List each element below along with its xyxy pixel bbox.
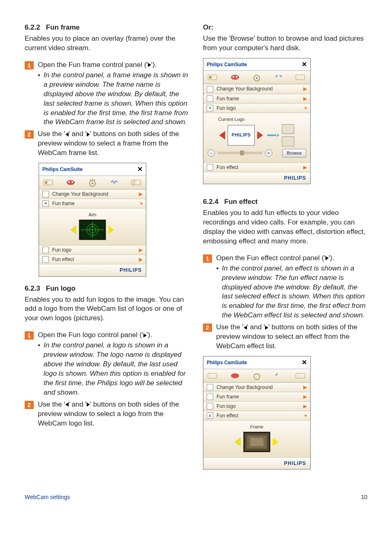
increase-button[interactable]: + xyxy=(265,149,272,157)
placement-targets[interactable] xyxy=(282,124,294,146)
decrease-button[interactable]: − xyxy=(208,149,215,157)
expanded-fun-effect: Frame xyxy=(203,421,310,458)
close-icon[interactable]: ✕ xyxy=(302,60,307,69)
checkbox-icon[interactable] xyxy=(42,191,49,197)
checkbox-icon[interactable]: ✕ xyxy=(207,412,213,419)
row-fun-effect[interactable]: Fun effect ▶ xyxy=(39,255,146,264)
expand-right-icon[interactable]: ▶ xyxy=(139,247,143,253)
panel-tabs xyxy=(203,71,310,84)
preview-label: Frame xyxy=(207,424,307,430)
row-change-background[interactable]: Change Your Background ▶ xyxy=(203,383,310,392)
step-badge-2: 2 xyxy=(25,130,34,139)
row-fun-logo[interactable]: ✕ Fun logo ▾ xyxy=(203,104,310,113)
prev-frame-button[interactable] xyxy=(71,226,76,234)
placement-slot[interactable] xyxy=(282,124,294,134)
row-fun-effect[interactable]: Fun effect ▶ xyxy=(203,163,310,172)
steps-fun-logo: 1 Open the Fun logo control panel (''). … xyxy=(25,331,189,428)
svg-rect-26 xyxy=(296,75,305,80)
collapse-down-icon[interactable]: ▾ xyxy=(304,105,307,111)
heading-fun-frame: 6.2.2Fun frame xyxy=(25,23,189,32)
checkbox-icon[interactable] xyxy=(42,256,49,263)
checkbox-icon[interactable] xyxy=(207,384,213,391)
svg-point-22 xyxy=(233,76,234,78)
arrow-connector-icon xyxy=(267,131,278,139)
next-effect-button[interactable] xyxy=(273,438,279,446)
left-column: 6.2.2Fun frame Enables you to place an o… xyxy=(25,23,189,477)
tab-icon-4[interactable] xyxy=(272,72,285,82)
expand-right-icon[interactable]: ▶ xyxy=(139,256,143,263)
expand-right-icon[interactable]: ▶ xyxy=(303,384,307,391)
svg-line-7 xyxy=(90,179,91,180)
row-change-background[interactable]: Change Your Background ▶ xyxy=(203,84,310,94)
tab-icon-2[interactable] xyxy=(228,72,242,82)
checkbox-icon[interactable] xyxy=(207,95,213,102)
expand-right-icon[interactable]: ▶ xyxy=(139,191,143,197)
tab-icon-3[interactable] xyxy=(250,371,263,381)
footer-section: WebCam settings xyxy=(25,493,70,501)
prev-logo-button[interactable] xyxy=(219,131,225,139)
heading-fun-logo: 6.2.3Fun logo xyxy=(25,284,189,294)
tab-icon-3[interactable] xyxy=(250,72,263,82)
expand-right-icon[interactable]: ▶ xyxy=(303,393,307,400)
triangle-right-icon xyxy=(265,326,268,330)
intro-fun-effect: Enables you to add fun effects to your v… xyxy=(203,208,367,246)
tab-icon-3[interactable] xyxy=(86,178,99,187)
browse-button[interactable]: Browse xyxy=(282,149,307,157)
row-fun-frame[interactable]: Fun frame ▶ xyxy=(203,392,310,402)
next-logo-button[interactable] xyxy=(257,131,263,139)
close-icon[interactable]: ✕ xyxy=(137,165,143,174)
checkbox-icon[interactable]: ✕ xyxy=(42,200,49,207)
row-fun-logo[interactable]: Fun logo ▶ xyxy=(203,402,310,411)
svg-point-23 xyxy=(236,76,238,78)
triangle-right-icon xyxy=(148,63,151,67)
expand-right-icon[interactable]: ▶ xyxy=(303,403,307,409)
svg-point-28 xyxy=(231,373,239,378)
step-badge-1: 1 xyxy=(25,331,34,340)
svg-rect-27 xyxy=(208,373,217,378)
close-icon[interactable]: ✕ xyxy=(302,358,307,367)
preview-label: Aim xyxy=(42,212,143,218)
step-badge-2: 2 xyxy=(203,324,212,332)
expand-right-icon[interactable]: ▶ xyxy=(303,86,307,92)
tab-icon-2[interactable] xyxy=(64,178,77,187)
tab-icon-1[interactable] xyxy=(207,371,220,381)
row-change-background[interactable]: Change Your Background ▶ xyxy=(39,190,146,199)
expand-right-icon[interactable]: ▶ xyxy=(303,164,307,171)
step1-bullet: In the control panel, a frame image is s… xyxy=(38,71,189,127)
checkbox-icon[interactable]: ✕ xyxy=(207,105,213,111)
expand-right-icon[interactable]: ▶ xyxy=(303,95,307,102)
tab-icon-5[interactable] xyxy=(294,72,307,82)
expanded-fun-frame: Aim xyxy=(39,208,146,245)
placement-slot[interactable] xyxy=(282,136,294,146)
checkbox-icon[interactable] xyxy=(207,86,213,92)
row-fun-logo[interactable]: Fun logo ▶ xyxy=(39,245,146,255)
step1-bullet: In the control panel, an effect is shown… xyxy=(216,264,367,321)
preview-thumbnail: PHILIPS xyxy=(228,125,255,146)
tab-icon-5[interactable] xyxy=(129,178,143,187)
row-fun-frame[interactable]: Fun frame ▶ xyxy=(203,94,310,104)
tab-icon-2[interactable] xyxy=(228,371,242,381)
tab-icon-1[interactable] xyxy=(207,72,220,82)
intro-fun-frame: Enables you to place an overlay (frame) … xyxy=(25,34,189,53)
tab-icon-1[interactable] xyxy=(42,178,55,187)
next-frame-button[interactable] xyxy=(108,226,114,234)
intro-fun-logo: Enables you to add fun logos to the imag… xyxy=(25,295,189,324)
triangle-right-icon xyxy=(143,333,147,338)
checkbox-icon[interactable] xyxy=(42,247,49,253)
checkbox-icon[interactable] xyxy=(207,164,213,171)
tab-icon-5[interactable] xyxy=(294,371,307,381)
tab-icon-4[interactable] xyxy=(272,371,285,381)
collapse-down-icon[interactable]: ▾ xyxy=(304,412,307,419)
panel-brand: PHILIPS xyxy=(203,172,310,184)
row-fun-frame[interactable]: ✕ Fun frame ▾ xyxy=(39,199,146,208)
row-fun-effect[interactable]: ✕ Fun effect ▾ xyxy=(203,411,310,421)
checkbox-icon[interactable] xyxy=(207,403,213,409)
checkbox-icon[interactable] xyxy=(207,393,213,400)
slider-thumb[interactable] xyxy=(240,150,244,155)
tab-icon-4[interactable] xyxy=(108,178,121,187)
size-slider[interactable] xyxy=(217,152,263,154)
collapse-down-icon[interactable]: ▾ xyxy=(140,200,143,207)
prev-effect-button[interactable] xyxy=(235,438,241,446)
steps-fun-effect: 1 Open the Fun effect control panel ('')… xyxy=(203,254,367,351)
panel-brand: PHILIPS xyxy=(203,458,310,469)
